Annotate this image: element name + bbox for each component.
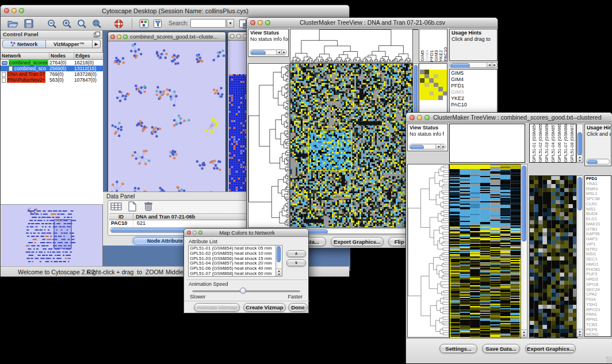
tab-network[interactable]: Network: [2, 40, 46, 48]
zoom-heatmap-cell[interactable]: [424, 74, 429, 79]
zoom-heatmap-cell[interactable]: [429, 70, 434, 74]
main-titlebar[interactable]: Cytoscape Desktop (Session Name: collins…: [1, 5, 349, 17]
zoom-heatmap-cell[interactable]: [420, 87, 424, 91]
tv2-titlebar[interactable]: ClusterMaker TreeView : combined_scores_…: [406, 113, 612, 122]
gene-list-item[interactable]: PAN1: [586, 312, 610, 317]
gene-list-item[interactable]: YKE2: [451, 95, 496, 102]
gene-list-item[interactable]: PUF3: [586, 272, 610, 277]
tv2-labels-vscrollbar[interactable]: ▲▼: [576, 124, 583, 163]
attribute-item[interactable]: GPL51-02 (GSM855) heat shock 10 min: [190, 251, 275, 256]
attribute-table-icon[interactable]: [110, 202, 122, 211]
scroll-left-arrow[interactable]: ◄: [487, 63, 492, 67]
col-edges[interactable]: Edges: [74, 53, 103, 59]
zoom-heatmap-cell[interactable]: [429, 95, 434, 100]
view-status-hscrollbar[interactable]: ◄ ►: [409, 144, 446, 150]
zoom-heatmap-cell[interactable]: [420, 91, 424, 96]
tv2-heatmap-vscrollbar[interactable]: ▲▼: [521, 164, 527, 338]
search-dropdown-button[interactable]: ▼: [227, 19, 234, 28]
gene-list-item[interactable]: SPC98: [586, 197, 610, 202]
gene-list-item[interactable]: HRD3: [586, 277, 610, 282]
zoom-heatmap-cell[interactable]: [429, 83, 434, 87]
tv1-titlebar[interactable]: ClusterMaker TreeView : DNA and Tran 07-…: [247, 18, 498, 28]
scroll-arrows[interactable]: ▲▼: [276, 269, 282, 276]
gene-list-item[interactable]: TCB3: [586, 323, 610, 328]
scroll-thumb[interactable]: [450, 63, 470, 68]
tv1-heatmap[interactable]: [290, 63, 413, 228]
zoom-heatmap-cell[interactable]: [438, 95, 443, 100]
network-view-titlebar[interactable]: combined_scores_good.txt--cluste...: [108, 32, 225, 41]
close-button[interactable]: [250, 20, 255, 25]
gene-list-item[interactable]: GIM3: [451, 89, 496, 95]
close-button[interactable]: [230, 34, 235, 39]
gene-list-item[interactable]: HMG1: [586, 262, 610, 267]
scroll-thumb[interactable]: [522, 166, 526, 242]
close-button[interactable]: [110, 35, 115, 39]
gene-list-item[interactable]: ELG1: [586, 217, 610, 222]
zoom-heatmap-cell[interactable]: [420, 74, 424, 79]
network-tree-row[interactable]: combined_scores2764(0)16218(0): [1, 60, 103, 66]
search-input[interactable]: [190, 19, 226, 28]
new-attribute-icon[interactable]: [128, 201, 137, 212]
gene-list-item[interactable]: PEP5: [586, 328, 610, 333]
zoom-heatmap-cell[interactable]: [443, 87, 447, 91]
open-file-icon[interactable]: [6, 18, 19, 29]
zoom-heatmap-cell[interactable]: [424, 87, 429, 91]
zoom-heatmap-cell[interactable]: [424, 83, 429, 87]
scroll-arrows[interactable]: ▲▼: [577, 329, 583, 336]
zoom-heatmap-cell[interactable]: [429, 78, 434, 83]
zoom-heatmap-cell[interactable]: [424, 91, 429, 96]
network-name-cell[interactable]: combined_sco: [1, 66, 49, 71]
tv2-heatmap[interactable]: [449, 164, 521, 339]
export-graphics-button[interactable]: Export Graphics...: [331, 237, 384, 246]
tv2-zoom-heatmap[interactable]: [529, 175, 577, 338]
gene-list-item[interactable]: KAP95: [586, 232, 610, 237]
tv1-zoom-heatmap[interactable]: [420, 70, 447, 100]
network-overview-panel[interactable]: [1, 205, 102, 270]
minimize-button[interactable]: [258, 20, 263, 25]
close-button[interactable]: [410, 115, 415, 120]
dialog-titlebar[interactable]: Map Colors to Network: [184, 229, 308, 237]
scroll-thumb[interactable]: [587, 160, 598, 164]
zoom-heatmap-cell[interactable]: [424, 95, 429, 100]
gene-list-item[interactable]: GTB1: [586, 227, 610, 232]
minimize-button[interactable]: [117, 35, 121, 39]
animation-speed-slider-thumb[interactable]: [240, 288, 246, 294]
gene-list-item[interactable]: SEC1: [586, 257, 610, 262]
zoom-in-icon[interactable]: [60, 18, 73, 29]
zoom-heatmap-cell[interactable]: [438, 70, 443, 74]
scroll-left-arrow[interactable]: ◄: [276, 50, 281, 55]
gene-list-item[interactable]: PFD1: [451, 83, 496, 89]
gene-list-item[interactable]: MSL1: [586, 191, 610, 197]
gene-list-item[interactable]: MAK31: [586, 222, 610, 227]
gene-list-item[interactable]: MON2: [586, 332, 610, 337]
gene-list-item[interactable]: BUD4: [586, 212, 610, 217]
network-view[interactable]: [108, 41, 225, 214]
attribute-list-vscrollbar[interactable]: ▲▼: [276, 246, 282, 276]
gene-list-item[interactable]: PAC10: [451, 102, 496, 108]
delete-attribute-icon[interactable]: [144, 201, 153, 212]
settings-button[interactable]: Settings...: [439, 344, 477, 353]
gene-list-item[interactable]: CLN1: [586, 202, 610, 207]
float-panel-icon[interactable]: [94, 32, 100, 37]
tv1-row-dendrogram[interactable]: [248, 63, 290, 228]
minimize-button[interactable]: [193, 231, 197, 235]
tv2-row-dendrogram[interactable]: [407, 164, 449, 338]
attribute-item[interactable]: GPL51-04 (GSM857) heat shock 20 min: [190, 261, 275, 266]
col-id[interactable]: ID: [109, 214, 133, 220]
help-icon[interactable]: [112, 18, 125, 29]
scroll-right-arrow[interactable]: ►: [281, 50, 286, 55]
attribute-item[interactable]: GPL51-07 (GSM868) heat shock 60 min: [190, 271, 275, 277]
zoom-heatmap-cell[interactable]: [434, 83, 438, 87]
network-tree-row[interactable]: RNAPuberNov2+563(0)107847(0): [1, 77, 103, 83]
gene-list-item[interactable]: FIG4: [586, 297, 610, 302]
gene-list-item[interactable]: YRA1: [586, 182, 610, 187]
zoom-heatmap-cell[interactable]: [438, 74, 443, 79]
network-overview-thumbnail[interactable]: [1, 205, 102, 270]
view-status-hscrollbar[interactable]: ◄ ►: [250, 49, 287, 55]
zoom-heatmap-cell[interactable]: [420, 70, 424, 74]
gene-list-item[interactable]: PFD1: [586, 177, 610, 182]
zoom-button[interactable]: [198, 231, 202, 235]
zoom-heatmap-cell[interactable]: [434, 70, 438, 74]
zoom-fit-icon[interactable]: [75, 18, 88, 29]
scroll-arrows[interactable]: ▲▼: [521, 329, 527, 337]
